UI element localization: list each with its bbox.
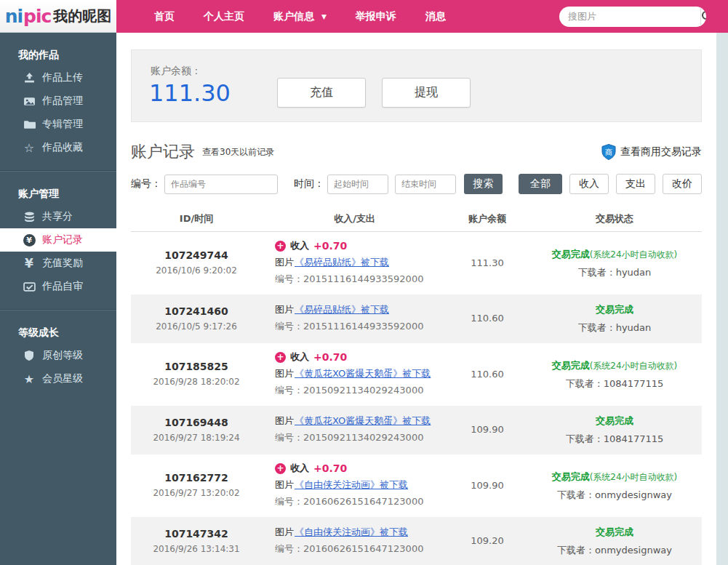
sidebar-item-作品管理[interactable]: 作品管理 [0, 89, 116, 113]
nav-item-账户信息[interactable]: 账户信息 ▼ [259, 0, 341, 33]
work-link[interactable]: 《自由侠关注动画》被下载 [295, 479, 408, 490]
table-row: 1072414602016/10/5 9:17:26图片《易碎品贴纸》被下载编号… [131, 294, 702, 343]
svg-text:商: 商 [605, 148, 612, 156]
sidebar-item-共享分[interactable]: 共享分 [0, 205, 116, 228]
sidebar-item-专辑管理[interactable]: 专辑管理 [0, 113, 116, 136]
income-label: 收入 [290, 350, 309, 364]
sidebar-item-会员星级[interactable]: ★会员星级 [0, 367, 116, 390]
search-icon[interactable] [700, 7, 706, 27]
record-balance: 109.90 [447, 480, 527, 491]
review-icon [23, 281, 36, 293]
table-row: 1071627722016/9/27 13:20:02+收入+0.70图片《自由… [131, 454, 702, 517]
record-description: 图片《自由侠关注动画》被下载 [275, 526, 447, 539]
income-label: 收入 [290, 239, 309, 252]
type-tab-收入[interactable]: 收入 [569, 174, 609, 194]
filter-search-button[interactable]: 搜索 [464, 174, 503, 194]
work-code: 编号：20150921134029243000 [275, 431, 447, 444]
chevron-down-icon: ▼ [321, 13, 327, 20]
recharge-button[interactable]: 充值 [277, 78, 366, 108]
record-id: 107185825 [131, 361, 262, 372]
sidebar-item-label: 作品收藏 [42, 141, 83, 154]
type-tabs: 全部收入支出改价 [519, 174, 702, 194]
folder-icon [23, 119, 36, 131]
sidebar-item-账户记录[interactable]: ¥账户记录 [0, 228, 116, 252]
upload-icon [23, 72, 36, 84]
record-balance: 110.60 [447, 369, 527, 380]
balance-label: 账户余额： [132, 50, 701, 78]
record-id: 107241460 [131, 305, 262, 317]
main-nav: 首页个人主页账户信息 ▼举报申诉消息 [116, 0, 559, 33]
work-code: 编号：20150921134029243000 [275, 384, 447, 397]
downloader: 下载者：hyudan [527, 266, 702, 279]
record-description: 图片《易碎品贴纸》被下载 [275, 303, 447, 316]
status-text: 交易完成 [596, 415, 633, 426]
sidebar-item-label: 作品自审 [42, 280, 83, 293]
star-icon: ★ [23, 372, 36, 386]
status-note: (系统24小时自动收款) [590, 249, 678, 260]
older-records-link[interactable]: 查看30天以前记录 [202, 146, 274, 159]
start-time-input[interactable] [327, 175, 388, 194]
sidebar-item-label: 作品上传 [42, 71, 83, 84]
top-header: ni pic 我的昵图 首页个人主页账户信息 ▼举报申诉消息 [0, 0, 728, 33]
nav-item-个人主页[interactable]: 个人主页 [189, 0, 259, 33]
sidebar-item-label: 共享分 [42, 210, 73, 223]
withdraw-button[interactable]: 提现 [382, 78, 471, 108]
sidebar-section-2: 等级成长原创等级★会员星级 [0, 310, 116, 390]
commercial-shield-icon: 商 [601, 144, 616, 160]
commercial-link-label: 查看商用交易记录 [620, 145, 702, 159]
status-note: (系统24小时自动收款) [590, 361, 678, 371]
record-time: 2016/9/26 13:14:31 [131, 544, 262, 554]
downloader: 下载者：onmydesignway [527, 544, 702, 557]
record-time: 2016/9/28 18:20:02 [131, 377, 262, 387]
sidebar-item-作品收藏[interactable]: ☆作品收藏 [0, 136, 116, 159]
col-header-inout: 收入/支出 [262, 212, 447, 225]
type-tab-改价[interactable]: 改价 [663, 174, 702, 194]
income-amount: +0.70 [313, 462, 347, 474]
type-tab-支出[interactable]: 支出 [616, 174, 655, 194]
site-logo[interactable]: ni pic 我的昵图 [0, 0, 116, 33]
record-description: 图片《自由侠关注动画》被下载 [275, 478, 447, 492]
search-input[interactable] [559, 11, 700, 22]
plus-circle-icon: + [275, 463, 286, 474]
desc-prefix: 图片 [275, 479, 294, 490]
commercial-records-link[interactable]: 商 查看商用交易记录 [601, 144, 702, 160]
sidebar-section-title: 我的作品 [0, 47, 116, 66]
work-link[interactable]: 《黄瓜花XO酱爆天鹅蛋》被下载 [295, 368, 431, 379]
work-link[interactable]: 《自由侠关注动画》被下载 [295, 526, 408, 537]
id-filter-label: 编号： [131, 177, 161, 191]
record-time: 2016/10/5 9:17:26 [131, 321, 262, 332]
sidebar-item-作品上传[interactable]: 作品上传 [0, 66, 116, 89]
table-row: 1071694482016/9/27 18:19:24图片《黄瓜花XO酱爆天鹅蛋… [131, 406, 702, 454]
nav-item-首页[interactable]: 首页 [140, 0, 189, 33]
plus-circle-icon: + [275, 241, 286, 252]
type-tab-全部[interactable]: 全部 [519, 174, 562, 194]
sidebar-item-充值奖励[interactable]: ¥充值奖励 [0, 252, 116, 275]
sidebar-section-1: 账户管理共享分¥账户记录¥充值奖励作品自审 [0, 171, 116, 298]
main-content: 账户余额： 111.30 充值 提现 账户记录 查看30天以前记录 商 查看商用… [116, 33, 716, 565]
record-balance: 110.60 [447, 313, 527, 324]
records-title: 账户记录 [131, 141, 195, 163]
downloader: 下载者：hyudan [527, 321, 702, 334]
end-time-input[interactable] [395, 175, 456, 194]
time-filter-label: 时间： [294, 177, 324, 191]
nav-item-消息[interactable]: 消息 [411, 0, 460, 33]
records-table-body: 1072497442016/10/6 9:20:02+收入+0.70图片《易碎品… [131, 232, 702, 565]
sidebar-item-原创等级[interactable]: 原创等级 [0, 344, 116, 367]
record-balance: 111.30 [447, 257, 527, 268]
desc-prefix: 图片 [275, 415, 294, 426]
status-note: (系统24小时自动收款) [590, 472, 678, 482]
work-link[interactable]: 《易碎品贴纸》被下载 [295, 257, 389, 268]
sidebar-item-label: 原创等级 [42, 349, 83, 362]
sidebar-item-作品自审[interactable]: 作品自审 [0, 275, 116, 298]
record-description: 图片《黄瓜花XO酱爆天鹅蛋》被下载 [275, 414, 447, 428]
logo-text-ni: ni [5, 6, 23, 27]
nav-item-举报申诉[interactable]: 举报申诉 [341, 0, 411, 33]
work-link[interactable]: 《易碎品贴纸》被下载 [295, 304, 389, 315]
status-text: 交易完成 [596, 304, 633, 315]
work-link[interactable]: 《黄瓜花XO酱爆天鹅蛋》被下载 [295, 415, 431, 426]
record-balance: 109.20 [447, 535, 527, 546]
work-id-input[interactable] [164, 175, 278, 194]
downloader: 下载者：1084177115 [527, 433, 702, 446]
record-time: 2016/9/27 18:19:24 [131, 433, 262, 443]
yen-circle-icon: ¥ [23, 234, 36, 247]
